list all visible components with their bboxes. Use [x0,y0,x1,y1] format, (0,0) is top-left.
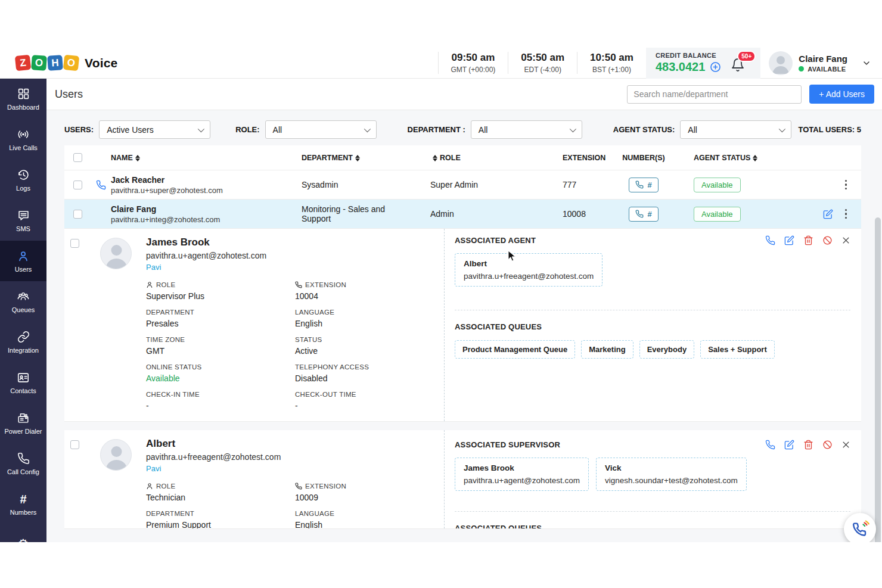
queue-chip[interactable]: Sales + Support [700,340,775,359]
sidebar-item-contacts[interactable]: Contacts [0,362,46,403]
sidebar-item-call-config[interactable]: Call Config [0,443,46,484]
block-icon[interactable] [822,235,833,245]
row-checkbox[interactable] [73,210,82,219]
user-detail-card: James Brook pavithra.u+agent@zohotest.co… [64,229,861,422]
field-label-role: ROLE [146,483,295,490]
row-checkbox[interactable] [70,239,79,248]
row-checkbox[interactable] [73,181,82,189]
add-credit-icon[interactable] [710,61,721,73]
delete-icon[interactable] [803,440,813,450]
block-icon[interactable] [822,440,833,450]
associated-supervisor-title: ASSOCIATED SUPERVISOR [455,440,560,449]
clock-gmt: 09:50 am GMT (+00:00) [438,52,508,74]
field-label: CHECK-IN TIME [146,391,295,398]
column-header-agent-status[interactable]: AGENT STATUS [677,154,784,162]
associated-person-chip[interactable]: James Brook pavithra.u+agent@zohotest.co… [455,458,589,491]
edit-icon[interactable] [784,235,794,245]
column-header-extension: EXTENSION [545,154,610,162]
field-value: Active [295,346,438,356]
user-detail-left: James Brook pavithra.u+agent@zohotest.co… [146,237,441,410]
associated-person-chip[interactable]: Albert pavithra.u+freeagent@zohotest.com [455,253,603,287]
field-value-online-status: Available [146,374,295,383]
person-name: Vick [605,463,738,472]
add-users-button[interactable]: + Add Users [809,85,874,104]
phone-icon [295,483,302,490]
live-calls-icon [17,128,30,141]
call-user-icon[interactable] [91,180,111,190]
search-input[interactable] [627,85,802,104]
field-label-extension: EXTENSION [295,281,438,288]
call-icon[interactable] [765,235,775,245]
call-icon[interactable] [765,440,775,450]
close-icon[interactable] [841,440,850,449]
logo-letter-o2: O [63,55,79,71]
select-all-checkbox[interactable] [73,153,82,162]
row-menu-icon[interactable] [844,179,849,191]
field-value: Presales [146,319,295,328]
field-value: Technician [146,493,295,502]
department-filter-select[interactable]: All [471,120,582,139]
numbers-button[interactable]: # [629,207,658,222]
delete-icon[interactable] [803,235,813,245]
role-filter-select[interactable]: All [265,120,377,139]
users-filter-select[interactable]: Active Users [99,120,210,139]
column-header-department[interactable]: DEPARTMENT [282,154,414,162]
field-value: GMT [146,346,295,356]
sidebar-item-logs[interactable]: Logs [0,160,46,200]
notifications-button[interactable]: 50+ [731,53,749,73]
sidebar-item-live-calls[interactable]: Live Calls [0,119,46,160]
vertical-scrollbar[interactable] [875,217,881,542]
users-filter-value: Active Users [107,125,154,135]
close-icon[interactable] [841,236,850,245]
user-extension: 10008 [545,209,610,219]
org-link[interactable]: Pavi [146,464,441,473]
sidebar-item-numbers[interactable]: # Numbers [0,484,46,524]
associated-person-chip[interactable]: Vick vignesh.soundar+test@zohotest.com [596,458,747,491]
person-email: vignesh.soundar+test@zohotest.com [605,476,738,485]
numbers-icon: # [17,493,30,506]
row-menu-icon[interactable] [844,208,849,220]
sort-icon [135,155,140,161]
org-link[interactable]: Pavi [146,263,441,272]
sidebar-item-power-dialer[interactable]: Power Dialer [0,403,46,443]
sidebar-item-users[interactable]: Users [0,241,46,281]
user-email: pavithra.u+super@zohotest.com [111,186,282,195]
agent-status-filter-label: AGENT STATUS: [613,125,675,134]
person-email: pavithra.u+freeagent@zohotest.com [464,272,594,281]
numbers-button[interactable]: # [629,178,658,192]
row-checkbox[interactable] [70,440,79,449]
field-value: 10004 [295,291,438,301]
queue-chip[interactable]: Product Management Queue [455,340,575,359]
table-row[interactable]: Jack Reacher pavithra.u+super@zohotest.c… [64,170,861,200]
sort-icon [355,155,360,161]
field-label: DEPARTMENT [146,510,295,517]
table-row[interactable]: Claire Fang pavithra.u+integ@zohotest.co… [64,200,861,229]
queue-chip[interactable]: Everybody [639,340,694,359]
edit-user-icon[interactable] [823,209,833,219]
field-label-extension: EXTENSION [295,483,438,490]
agent-status-filter-select[interactable]: All [680,120,791,139]
queue-chip[interactable]: Marketing [581,340,633,359]
dialer-fab-button[interactable] [844,513,876,542]
sidebar-item-sms[interactable]: SMS [0,200,46,241]
user-email: pavithra.u+agent@zohotest.com [146,251,441,260]
notification-count-badge: 50+ [737,51,756,62]
field-value: Premium Support [146,520,295,529]
power-dialer-icon [17,412,30,425]
user-email: pavithra.u+freeagent@zohotest.com [146,452,441,462]
sidebar-item-settings[interactable]: ⚙ [0,524,46,542]
user-profile-menu[interactable]: Claire Fang AVAILABLE [760,51,882,75]
agent-status-filter-value: All [688,125,697,135]
sidebar-item-queues[interactable]: Queues [0,281,46,322]
clock-time: 09:50 am [451,52,496,64]
sidebar-item-dashboard[interactable]: Dashboard [0,79,46,119]
user-name: Claire Fang [111,204,282,214]
edit-icon[interactable] [784,440,794,450]
column-header-role[interactable]: ROLE [414,154,545,162]
chevron-down-icon [862,58,871,68]
column-header-name[interactable]: NAME [111,154,282,162]
users-table: NAME DEPARTMENT ROLE EXTENSION NUMBER(S)… [64,145,861,529]
sidebar-item-integration[interactable]: Integration [0,322,46,362]
profile-status: AVAILABLE [808,66,846,73]
zoho-logo-icon: Z O H O [15,55,79,70]
